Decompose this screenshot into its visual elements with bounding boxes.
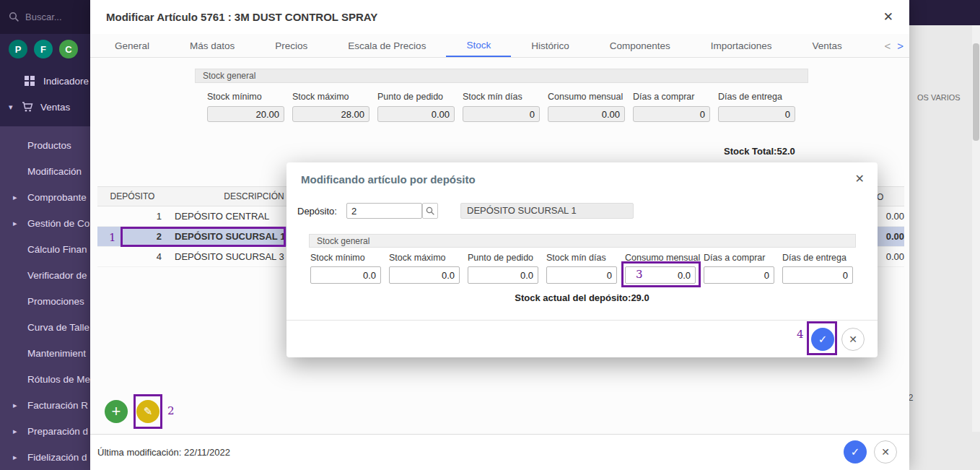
scrollbar-thumb[interactable] [973, 43, 979, 141]
sidebar-item-ventas[interactable]: ▾ Ventas [0, 94, 90, 120]
dias-entrega-input[interactable] [718, 106, 795, 122]
sidebar-item-rotulos[interactable]: Rótulos de Me [0, 366, 90, 392]
consumo-mensual-input[interactable] [548, 106, 625, 122]
tab-componentes[interactable]: Componentes [590, 34, 691, 57]
dialog-header: Modificar Artículo 5761 : 3M DUST CONTRO… [90, 0, 909, 34]
tab-stock[interactable]: Stock [446, 34, 511, 57]
field-label: Consumo mensual [548, 92, 625, 102]
field-label: Stock mínimo [310, 253, 381, 263]
cell-deposito-id: 4 [97, 251, 167, 262]
deposito-name-field: DEPÓSITO SUCURSAL 1 [460, 203, 634, 219]
sidebar-item-calculo-financiero[interactable]: Cálculo Finan [0, 236, 90, 262]
sidebar-item-mantenimiento[interactable]: Mantenimient [0, 340, 90, 366]
field-label: Días de entrega [782, 253, 853, 263]
field-label: Stock máximo [389, 253, 460, 263]
sidebar-item-indicadores[interactable]: Indicadore [0, 68, 90, 94]
dias-comprar-input[interactable] [633, 106, 710, 122]
tab-historico[interactable]: Histórico [511, 34, 590, 57]
tab-escala-precios[interactable]: Escala de Precios [328, 34, 446, 57]
confirm-button[interactable]: ✓ [844, 440, 867, 464]
sidebar-item-facturacion-rapida[interactable]: ▸Facturación R [0, 392, 90, 418]
plus-icon: + [112, 402, 121, 421]
app-topbar-fragment [909, 0, 980, 25]
cell-deposito-id: 2 [97, 231, 167, 242]
confirm-button[interactable]: ✓ [811, 328, 834, 351]
sidebar-item-label: Mantenimient [27, 348, 86, 359]
sidebar-item-promociones[interactable]: Promociones [0, 288, 90, 314]
field-label: Stock máximo [292, 92, 369, 102]
field-label: Stock mín días [546, 253, 617, 263]
sidebar-item-gestion-cobranzas[interactable]: ▸Gestión de Co [0, 210, 90, 236]
tab-mas-datos[interactable]: Más datos [170, 34, 255, 57]
search-input[interactable] [25, 12, 82, 22]
cancel-button[interactable]: ✕ [874, 440, 897, 464]
stock-minimo-input[interactable] [310, 266, 381, 284]
tab-importaciones[interactable]: Importaciones [691, 34, 792, 57]
deposito-search-button[interactable] [422, 203, 438, 219]
dias-entrega-input[interactable] [782, 266, 853, 284]
punto-pedido-input[interactable] [468, 266, 538, 284]
overlay-stock-fields: Stock mínimo Stock máximo Punto de pedid… [310, 253, 853, 284]
field-label: Consumo mensual [625, 253, 696, 263]
stock-actual-label: Stock actual del depósito:29.0 [286, 292, 878, 303]
sidebar-item-label: Facturación R [27, 400, 88, 411]
sidebar-item-label: Cálculo Finan [27, 244, 87, 255]
sidebar-search-bar[interactable] [0, 0, 90, 34]
deposito-code-input[interactable] [346, 203, 422, 219]
close-icon[interactable]: ✕ [855, 172, 865, 186]
last-modified-label: Última modificación: 22/11/2022 [97, 447, 230, 458]
field-label: Punto de pedido [377, 92, 455, 102]
dias-comprar-input[interactable] [704, 266, 774, 284]
stock-general-group-title: Stock general [309, 234, 856, 248]
sidebar-item-label: Curva de Talle [27, 322, 89, 333]
punto-pedido-input[interactable] [377, 106, 455, 122]
grid-icon [25, 76, 35, 86]
deposito-label: Depósito: [297, 206, 337, 217]
tab-bar: General Más datos Precios Escala de Prec… [90, 34, 909, 58]
avatar-row: P F C [0, 34, 90, 64]
pencil-icon: ✎ [144, 405, 153, 418]
avatar[interactable]: F [34, 40, 53, 58]
col-header-fragment: O [877, 192, 883, 202]
stock-maximo-input[interactable] [292, 106, 369, 122]
sidebar-item-comprobantes[interactable]: ▸Comprobante [0, 184, 90, 210]
cart-icon [22, 101, 33, 113]
vertical-scrollbar[interactable] [972, 25, 980, 432]
sidebar-item-label: Gestión de Co [27, 218, 89, 229]
dialog-footer: Última modificación: 22/11/2022 ✓ ✕ [90, 434, 909, 470]
sidebar-item-label: Ventas [40, 102, 70, 113]
field-label: Stock mínimo [207, 92, 284, 102]
stock-min-dias-input[interactable] [546, 266, 617, 284]
sidebar-item-productos[interactable]: Productos [0, 132, 90, 158]
sidebar-item-verificador[interactable]: Verificador de [0, 262, 90, 288]
edit-deposit-button[interactable]: ✎ [136, 400, 159, 423]
sidebar-item-curva-talles[interactable]: Curva de Talle [0, 314, 90, 340]
close-icon[interactable]: ✕ [883, 11, 893, 23]
sidebar-item-label: Rótulos de Me [27, 374, 90, 385]
avatar[interactable]: P [9, 40, 27, 58]
tabs-scroll-left-icon[interactable]: < [884, 40, 891, 52]
avatar[interactable]: C [59, 40, 78, 58]
sidebar-item-label: Verificador de [27, 270, 87, 281]
tab-general[interactable]: General [95, 34, 170, 57]
check-icon: ✓ [851, 445, 860, 458]
field-label: Stock mín días [463, 92, 540, 102]
dialog-title: Modificar Artículo 5761 : 3M DUST CONTRO… [106, 11, 377, 23]
tabs-scroll-right-icon[interactable]: > [897, 40, 904, 52]
add-deposit-button[interactable]: + [105, 400, 128, 423]
sidebar-item-preparacion[interactable]: ▸Preparación d [0, 418, 90, 444]
consumo-mensual-input[interactable] [625, 266, 696, 284]
tab-precios[interactable]: Precios [255, 34, 328, 57]
sidebar-pinned-section: Indicadore ▾ Ventas [0, 64, 90, 126]
cancel-button[interactable]: ✕ [841, 328, 865, 351]
chevron-right-icon: ▸ [13, 453, 20, 462]
sidebar-item-modificacion[interactable]: Modificación [0, 158, 90, 184]
sidebar-item-fidelizacion[interactable]: ▸Fidelización d [0, 444, 90, 470]
stock-min-dias-input[interactable] [463, 106, 540, 122]
sidebar-item-label: Indicadore [43, 76, 89, 87]
tab-ventas[interactable]: Ventas [792, 34, 862, 57]
chevron-down-icon: ▾ [9, 103, 16, 112]
stock-maximo-input[interactable] [389, 266, 460, 284]
stock-minimo-input[interactable] [207, 106, 284, 122]
search-icon [426, 206, 435, 216]
